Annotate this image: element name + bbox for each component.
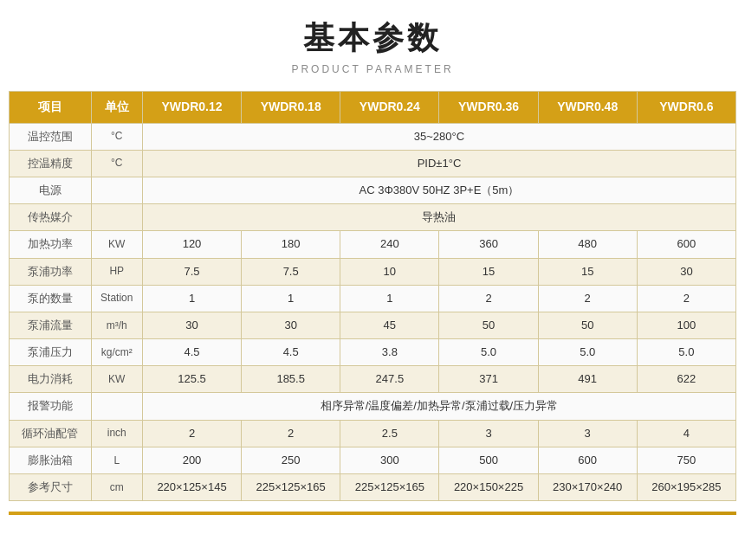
row-label: 泵浦功率	[10, 258, 92, 285]
row-value: 125.5	[142, 366, 241, 393]
row-value: 220×150×225	[439, 474, 538, 501]
parameter-table: 项目单位YWDR0.12YWDR0.18YWDR0.24YWDR0.36YWDR…	[9, 91, 736, 501]
row-unit	[91, 177, 142, 203]
row-value: 360	[439, 231, 538, 258]
row-unit: HP	[91, 258, 142, 285]
row-value: 491	[538, 366, 637, 393]
col-header-YWDR0.48: YWDR0.48	[538, 92, 637, 124]
row-value: 185.5	[242, 366, 340, 393]
row-value: 120	[142, 231, 241, 258]
row-value: 180	[242, 231, 340, 258]
col-header-YWDR0.24: YWDR0.24	[340, 92, 439, 124]
row-value: 480	[538, 231, 637, 258]
row-unit: KW	[91, 231, 142, 258]
row-label: 泵浦流量	[10, 312, 92, 338]
row-unit: cm	[91, 474, 142, 501]
table-row: 参考尺寸cm220×125×145225×125×165225×125×1652…	[10, 474, 736, 501]
row-value: 4.5	[142, 339, 241, 366]
page-title: 基本参数	[303, 17, 442, 60]
col-header-单位: 单位	[91, 92, 142, 124]
row-value: 260×195×285	[637, 474, 735, 501]
row-label: 报警功能	[10, 393, 92, 420]
table-row: 报警功能相序异常/温度偏差/加热异常/泵浦过载/压力异常	[10, 393, 736, 420]
row-label: 参考尺寸	[10, 474, 92, 501]
row-value: 5.0	[538, 339, 637, 366]
row-label: 控温精度	[10, 150, 92, 177]
row-value: 5.0	[439, 339, 538, 366]
table-row: 加热功率KW120180240360480600	[10, 231, 736, 258]
row-unit	[91, 204, 142, 231]
row-unit: °C	[91, 150, 142, 177]
row-unit: inch	[91, 420, 142, 447]
row-value: 2	[538, 285, 637, 312]
row-value: 230×170×240	[538, 474, 637, 501]
row-label: 电源	[10, 177, 92, 203]
row-value: 50	[538, 312, 637, 338]
row-unit: KW	[91, 366, 142, 393]
table-row: 循环油配管inch222.5334	[10, 420, 736, 447]
row-value: 1	[242, 285, 340, 312]
table-row: 电力消耗KW125.5185.5247.5371491622	[10, 366, 736, 393]
row-label: 膨胀油箱	[10, 447, 92, 473]
row-label: 加热功率	[10, 231, 92, 258]
row-value: 100	[637, 312, 735, 338]
row-value: 10	[340, 258, 439, 285]
row-unit: L	[91, 447, 142, 473]
row-value: 3.8	[340, 339, 439, 366]
row-value: 7.5	[242, 258, 340, 285]
row-value: 225×125×165	[340, 474, 439, 501]
row-value: 30	[242, 312, 340, 338]
row-unit: m³/h	[91, 312, 142, 338]
table-row: 控温精度°CPID±1°C	[10, 150, 736, 177]
row-span-value: 相序异常/温度偏差/加热异常/泵浦过载/压力异常	[142, 393, 735, 420]
row-value: 225×125×165	[242, 474, 340, 501]
row-unit	[91, 393, 142, 420]
row-value: 7.5	[142, 258, 241, 285]
row-value: 300	[340, 447, 439, 473]
row-label: 温控范围	[10, 123, 92, 150]
col-header-label: 项目	[10, 92, 92, 124]
page-subtitle: PRODUCT PARAMETER	[291, 63, 453, 75]
table-row: 传热媒介导热油	[10, 204, 736, 231]
row-span-value: AC 3Φ380V 50HZ 3P+E（5m）	[142, 177, 735, 203]
row-span-value: PID±1°C	[142, 150, 735, 177]
row-value: 1	[142, 285, 241, 312]
row-value: 4	[637, 420, 735, 447]
row-value: 4.5	[242, 339, 340, 366]
table-row: 温控范围°C35~280°C	[10, 123, 736, 150]
table-row: 电源AC 3Φ380V 50HZ 3P+E（5m）	[10, 177, 736, 203]
row-value: 5.0	[637, 339, 735, 366]
col-header-YWDR0.6: YWDR0.6	[637, 92, 735, 124]
row-value: 600	[637, 231, 735, 258]
row-label: 泵浦压力	[10, 339, 92, 366]
row-value: 50	[439, 312, 538, 338]
table-row: 泵浦流量m³/h3030455050100	[10, 312, 736, 338]
row-span-value: 35~280°C	[142, 123, 735, 150]
row-label: 传热媒介	[10, 204, 92, 231]
row-value: 3	[538, 420, 637, 447]
row-value: 3	[439, 420, 538, 447]
row-value: 2	[142, 420, 241, 447]
row-value: 1	[340, 285, 439, 312]
row-label: 电力消耗	[10, 366, 92, 393]
row-value: 371	[439, 366, 538, 393]
row-value: 240	[340, 231, 439, 258]
row-value: 600	[538, 447, 637, 473]
col-header-YWDR0.12: YWDR0.12	[142, 92, 241, 124]
row-value: 250	[242, 447, 340, 473]
row-label: 泵的数量	[10, 285, 92, 312]
col-header-YWDR0.36: YWDR0.36	[439, 92, 538, 124]
row-value: 2.5	[340, 420, 439, 447]
row-value: 750	[637, 447, 735, 473]
table-row: 膨胀油箱L200250300500600750	[10, 447, 736, 473]
row-value: 30	[637, 258, 735, 285]
row-unit: kg/cm²	[91, 339, 142, 366]
row-value: 45	[340, 312, 439, 338]
row-value: 15	[439, 258, 538, 285]
table-row: 泵浦压力kg/cm²4.54.53.85.05.05.0	[10, 339, 736, 366]
row-unit: °C	[91, 123, 142, 150]
row-unit: Station	[91, 285, 142, 312]
row-value: 200	[142, 447, 241, 473]
row-value: 247.5	[340, 366, 439, 393]
row-value: 220×125×145	[142, 474, 241, 501]
